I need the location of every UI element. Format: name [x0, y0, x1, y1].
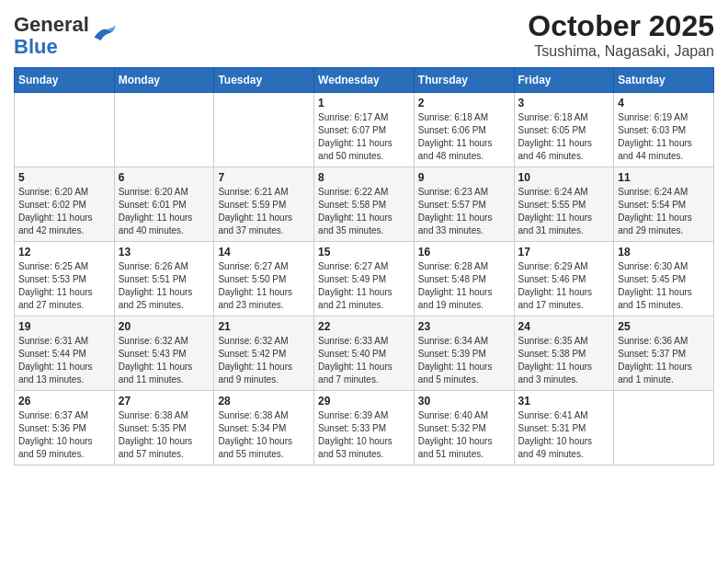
- day-info: Sunrise: 6:38 AM Sunset: 5:34 PM Dayligh…: [218, 409, 310, 461]
- calendar-week-row: 19Sunrise: 6:31 AM Sunset: 5:44 PM Dayli…: [15, 316, 714, 391]
- day-number: 20: [119, 320, 210, 333]
- day-info: Sunrise: 6:21 AM Sunset: 5:59 PM Dayligh…: [218, 186, 310, 237]
- day-info: Sunrise: 6:37 AM Sunset: 5:36 PM Dayligh…: [18, 409, 110, 461]
- calendar-cell: [114, 93, 214, 167]
- day-number: 15: [318, 246, 410, 259]
- calendar-cell: 29Sunrise: 6:39 AM Sunset: 5:33 PM Dayli…: [314, 391, 415, 465]
- day-number: 28: [218, 395, 310, 408]
- day-number: 18: [618, 246, 710, 259]
- weekday-header-tuesday: Tuesday: [214, 68, 314, 93]
- calendar-cell: 16Sunrise: 6:28 AM Sunset: 5:48 PM Dayli…: [414, 242, 514, 316]
- logo: General Blue: [14, 14, 117, 58]
- calendar-cell: 9Sunrise: 6:23 AM Sunset: 5:57 PM Daylig…: [414, 167, 514, 242]
- day-info: Sunrise: 6:29 AM Sunset: 5:46 PM Dayligh…: [518, 260, 610, 312]
- day-info: Sunrise: 6:17 AM Sunset: 6:07 PM Dayligh…: [318, 111, 410, 163]
- day-info: Sunrise: 6:32 AM Sunset: 5:43 PM Dayligh…: [119, 335, 210, 386]
- calendar-cell: 17Sunrise: 6:29 AM Sunset: 5:46 PM Dayli…: [514, 242, 614, 316]
- calendar-cell: 13Sunrise: 6:26 AM Sunset: 5:51 PM Dayli…: [114, 242, 214, 316]
- calendar-cell: 8Sunrise: 6:22 AM Sunset: 5:58 PM Daylig…: [314, 167, 415, 242]
- weekday-header-sunday: Sunday: [15, 68, 115, 93]
- calendar-cell: 23Sunrise: 6:34 AM Sunset: 5:39 PM Dayli…: [414, 316, 514, 391]
- day-info: Sunrise: 6:28 AM Sunset: 5:48 PM Dayligh…: [418, 260, 510, 312]
- calendar-cell: 10Sunrise: 6:24 AM Sunset: 5:55 PM Dayli…: [514, 167, 614, 242]
- day-number: 22: [318, 320, 410, 333]
- calendar-cell: 24Sunrise: 6:35 AM Sunset: 5:38 PM Dayli…: [514, 316, 614, 391]
- calendar-cell: 14Sunrise: 6:27 AM Sunset: 5:50 PM Dayli…: [214, 242, 314, 316]
- calendar-cell: 5Sunrise: 6:20 AM Sunset: 6:02 PM Daylig…: [15, 167, 115, 242]
- weekday-header-monday: Monday: [114, 68, 214, 93]
- day-info: Sunrise: 6:18 AM Sunset: 6:06 PM Dayligh…: [418, 111, 510, 163]
- day-info: Sunrise: 6:30 AM Sunset: 5:45 PM Dayligh…: [618, 260, 710, 312]
- day-info: Sunrise: 6:33 AM Sunset: 5:40 PM Dayligh…: [318, 335, 410, 386]
- page-container: General Blue October 2025 Tsushima, Naga…: [0, 0, 728, 475]
- day-number: 26: [18, 395, 110, 408]
- page-header: General Blue October 2025 Tsushima, Naga…: [14, 9, 714, 60]
- day-number: 24: [518, 320, 610, 333]
- day-info: Sunrise: 6:27 AM Sunset: 5:50 PM Dayligh…: [218, 260, 310, 312]
- logo-blue: Blue: [14, 35, 58, 58]
- day-info: Sunrise: 6:24 AM Sunset: 5:54 PM Dayligh…: [618, 186, 710, 237]
- day-number: 30: [418, 395, 510, 408]
- calendar-cell: 20Sunrise: 6:32 AM Sunset: 5:43 PM Dayli…: [114, 316, 214, 391]
- day-number: 10: [518, 171, 610, 184]
- calendar-cell: 31Sunrise: 6:41 AM Sunset: 5:31 PM Dayli…: [514, 391, 614, 465]
- weekday-header-row: SundayMondayTuesdayWednesdayThursdayFrid…: [15, 68, 714, 93]
- day-info: Sunrise: 6:35 AM Sunset: 5:38 PM Dayligh…: [518, 335, 610, 386]
- calendar-cell: 12Sunrise: 6:25 AM Sunset: 5:53 PM Dayli…: [15, 242, 115, 316]
- day-info: Sunrise: 6:27 AM Sunset: 5:49 PM Dayligh…: [318, 260, 410, 312]
- weekday-header-saturday: Saturday: [614, 68, 714, 93]
- calendar-week-row: 12Sunrise: 6:25 AM Sunset: 5:53 PM Dayli…: [15, 242, 714, 316]
- page-title: October 2025: [528, 9, 714, 43]
- calendar-cell: 27Sunrise: 6:38 AM Sunset: 5:35 PM Dayli…: [114, 391, 214, 465]
- calendar-cell: 7Sunrise: 6:21 AM Sunset: 5:59 PM Daylig…: [214, 167, 314, 242]
- calendar-cell: [614, 391, 714, 465]
- day-number: 13: [119, 246, 210, 259]
- day-number: 23: [418, 320, 510, 333]
- calendar-cell: 18Sunrise: 6:30 AM Sunset: 5:45 PM Dayli…: [614, 242, 714, 316]
- day-number: 27: [119, 395, 210, 408]
- day-number: 17: [518, 246, 610, 259]
- calendar-cell: 4Sunrise: 6:19 AM Sunset: 6:03 PM Daylig…: [614, 93, 714, 167]
- day-number: 4: [618, 97, 710, 109]
- calendar-cell: [15, 93, 115, 167]
- calendar-cell: 28Sunrise: 6:38 AM Sunset: 5:34 PM Dayli…: [214, 391, 314, 465]
- calendar-cell: 30Sunrise: 6:40 AM Sunset: 5:32 PM Dayli…: [414, 391, 514, 465]
- day-info: Sunrise: 6:36 AM Sunset: 5:37 PM Dayligh…: [618, 335, 710, 386]
- day-info: Sunrise: 6:40 AM Sunset: 5:32 PM Dayligh…: [418, 409, 510, 461]
- calendar-cell: [214, 93, 314, 167]
- day-info: Sunrise: 6:25 AM Sunset: 5:53 PM Dayligh…: [18, 260, 110, 312]
- day-number: 14: [218, 246, 310, 259]
- day-number: 31: [518, 395, 610, 408]
- calendar-week-row: 1Sunrise: 6:17 AM Sunset: 6:07 PM Daylig…: [15, 93, 714, 167]
- page-subtitle: Tsushima, Nagasaki, Japan: [528, 43, 714, 60]
- title-block: October 2025 Tsushima, Nagasaki, Japan: [528, 9, 714, 60]
- weekday-header-wednesday: Wednesday: [314, 68, 415, 93]
- calendar-week-row: 26Sunrise: 6:37 AM Sunset: 5:36 PM Dayli…: [15, 391, 714, 465]
- day-number: 9: [418, 171, 510, 184]
- day-number: 3: [518, 97, 610, 109]
- day-info: Sunrise: 6:18 AM Sunset: 6:05 PM Dayligh…: [518, 111, 610, 163]
- day-info: Sunrise: 6:19 AM Sunset: 6:03 PM Dayligh…: [618, 111, 710, 163]
- day-info: Sunrise: 6:20 AM Sunset: 6:02 PM Dayligh…: [18, 186, 110, 237]
- day-number: 8: [318, 171, 410, 184]
- calendar-cell: 19Sunrise: 6:31 AM Sunset: 5:44 PM Dayli…: [15, 316, 115, 391]
- weekday-header-friday: Friday: [514, 68, 614, 93]
- day-info: Sunrise: 6:31 AM Sunset: 5:44 PM Dayligh…: [18, 335, 110, 386]
- calendar-cell: 2Sunrise: 6:18 AM Sunset: 6:06 PM Daylig…: [414, 93, 514, 167]
- day-number: 21: [218, 320, 310, 333]
- calendar-cell: 3Sunrise: 6:18 AM Sunset: 6:05 PM Daylig…: [514, 93, 614, 167]
- calendar-cell: 15Sunrise: 6:27 AM Sunset: 5:49 PM Dayli…: [314, 242, 415, 316]
- day-info: Sunrise: 6:34 AM Sunset: 5:39 PM Dayligh…: [418, 335, 510, 386]
- day-info: Sunrise: 6:24 AM Sunset: 5:55 PM Dayligh…: [518, 186, 610, 237]
- day-number: 11: [618, 171, 710, 184]
- day-number: 1: [318, 97, 410, 109]
- calendar-cell: 11Sunrise: 6:24 AM Sunset: 5:54 PM Dayli…: [614, 167, 714, 242]
- day-info: Sunrise: 6:39 AM Sunset: 5:33 PM Dayligh…: [318, 409, 410, 461]
- calendar-cell: 1Sunrise: 6:17 AM Sunset: 6:07 PM Daylig…: [314, 93, 415, 167]
- logo-bird-icon: [91, 24, 117, 44]
- day-number: 25: [618, 320, 710, 333]
- calendar-cell: 25Sunrise: 6:36 AM Sunset: 5:37 PM Dayli…: [614, 316, 714, 391]
- day-info: Sunrise: 6:22 AM Sunset: 5:58 PM Dayligh…: [318, 186, 410, 237]
- day-info: Sunrise: 6:38 AM Sunset: 5:35 PM Dayligh…: [119, 409, 210, 461]
- day-info: Sunrise: 6:26 AM Sunset: 5:51 PM Dayligh…: [119, 260, 210, 312]
